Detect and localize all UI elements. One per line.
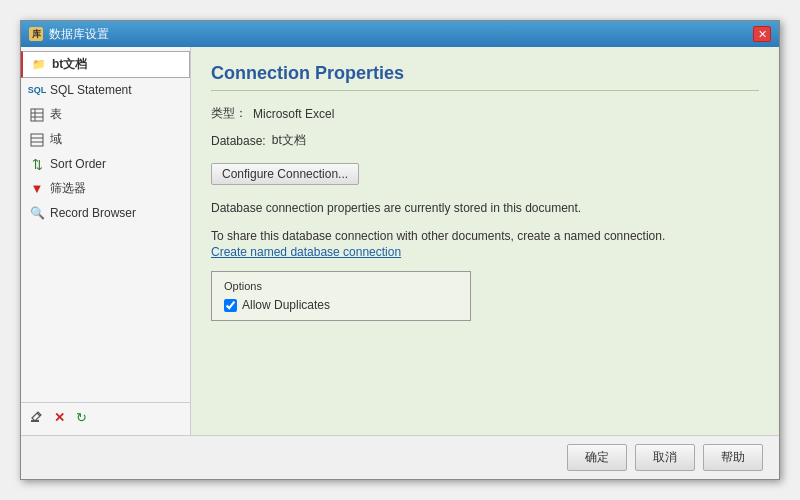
sidebar-item-bt-doc-label: bt文档 [52,56,87,73]
sidebar-item-sql[interactable]: SQL SQL Statement [21,78,190,102]
svg-rect-0 [31,109,43,121]
sidebar-item-table-label: 表 [50,106,62,123]
main-window: 库 数据库设置 ✕ 📁 bt文档 SQL SQL Statement [20,20,780,480]
database-value: bt文档 [272,132,306,149]
svg-rect-4 [31,134,43,146]
delete-icon-btn[interactable]: ✕ [49,407,69,427]
database-label: Database: [211,134,266,148]
type-row: 类型： Microsoft Excel [211,105,759,122]
sql-icon: SQL [29,82,45,98]
options-title: Options [224,280,458,292]
sidebar: 📁 bt文档 SQL SQL Statement 表 [21,47,191,435]
title-bar-left: 库 数据库设置 [29,26,109,43]
table-icon [29,107,45,123]
sidebar-item-record-browser[interactable]: 🔍 Record Browser [21,201,190,225]
sort-icon: ⇅ [29,156,45,172]
share-text: To share this database connection with o… [211,227,759,245]
sidebar-item-record-browser-label: Record Browser [50,206,136,220]
refresh-icon-btn[interactable]: ↻ [71,407,91,427]
main-panel: Connection Properties 类型： Microsoft Exce… [191,47,779,435]
svg-marker-8 [32,412,41,421]
sidebar-item-sort-label: Sort Order [50,157,106,171]
filter-icon: ▼ [29,181,45,197]
confirm-button[interactable]: 确定 [567,444,627,471]
field-icon [29,132,45,148]
sidebar-bottom-toolbar: ✕ ↻ [21,402,190,431]
sidebar-item-filter[interactable]: ▼ 筛选器 [21,176,190,201]
type-label: 类型： [211,105,247,122]
sidebar-item-filter-label: 筛选器 [50,180,86,197]
close-button[interactable]: ✕ [753,26,771,42]
allow-duplicates-label: Allow Duplicates [242,298,330,312]
sidebar-item-bt-doc[interactable]: 📁 bt文档 [21,51,190,78]
options-box: Options Allow Duplicates [211,271,471,321]
allow-duplicates-row: Allow Duplicates [224,298,458,312]
type-value: Microsoft Excel [253,107,334,121]
title-bar: 库 数据库设置 ✕ [21,21,779,47]
configure-btn-wrapper: Configure Connection... [211,159,759,189]
configure-connection-button[interactable]: Configure Connection... [211,163,359,185]
create-named-connection-link[interactable]: Create named database connection [211,245,401,259]
database-row: Database: bt文档 [211,132,759,149]
sidebar-item-sql-label: SQL Statement [50,83,132,97]
sidebar-item-sort[interactable]: ⇅ Sort Order [21,152,190,176]
sidebar-item-table[interactable]: 表 [21,102,190,127]
sidebar-item-field[interactable]: 域 [21,127,190,152]
share-section: To share this database connection with o… [211,227,759,259]
folder-icon: 📁 [31,57,47,73]
panel-title: Connection Properties [211,63,759,91]
content-area: 📁 bt文档 SQL SQL Statement 表 [21,47,779,435]
allow-duplicates-checkbox[interactable] [224,299,237,312]
info-text: Database connection properties are curre… [211,199,759,217]
footer: 确定 取消 帮助 [21,435,779,479]
window-icon: 库 [29,27,43,41]
sidebar-item-field-label: 域 [50,131,62,148]
edit-icon-btn[interactable] [27,407,47,427]
help-button[interactable]: 帮助 [703,444,763,471]
cancel-button[interactable]: 取消 [635,444,695,471]
window-title: 数据库设置 [49,26,109,43]
record-browser-icon: 🔍 [29,205,45,221]
